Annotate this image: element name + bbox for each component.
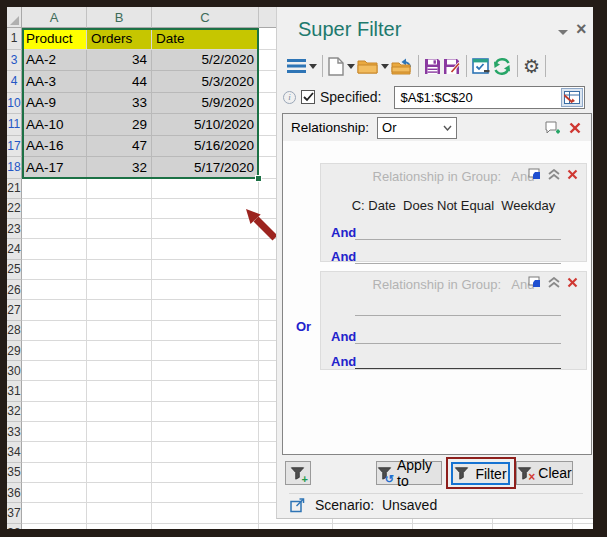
range-value: $A$1:$C$20: [395, 90, 561, 105]
filter-label: Filter: [475, 466, 506, 482]
refresh-icon[interactable]: [492, 53, 512, 79]
and-label: And: [321, 225, 355, 240]
condition-text[interactable]: C: Date Does Not Equal Weekday: [321, 198, 586, 213]
clear-button[interactable]: × Clear: [516, 461, 573, 485]
collapse-group-icon[interactable]: [548, 169, 560, 180]
dropdown-caret-icon: [381, 64, 389, 69]
condition-row[interactable]: [321, 294, 586, 316]
info-icon: i: [283, 91, 296, 104]
toolbar-separator: [517, 55, 518, 77]
add-condition-button[interactable]: +: [285, 461, 311, 485]
relationship-bar: Relationship: Or: [282, 113, 592, 142]
condition-underline[interactable]: [355, 322, 561, 344]
toolbar-separator: [466, 55, 467, 77]
apply-to-label: Apply to: [397, 457, 441, 489]
specified-checkbox[interactable]: [301, 90, 315, 104]
pane-options-chevron-icon[interactable]: [558, 29, 568, 36]
filter-button[interactable]: Filter: [451, 462, 510, 485]
scenario-value: Unsaved: [382, 497, 437, 513]
add-condition-icon[interactable]: [528, 168, 541, 180]
panel-toolbar: ⚙: [287, 52, 589, 80]
group-header-icons: [528, 276, 578, 288]
group-header-label: Relationship in Group:: [373, 169, 502, 184]
add-condition-icon[interactable]: [528, 276, 541, 288]
collapse-group-icon[interactable]: [548, 277, 560, 288]
apply-to-button[interactable]: ↺ Apply to: [376, 461, 442, 485]
condition-underline[interactable]: [355, 294, 561, 316]
app-window: A B C 1 Product Orders Date 3 AA-2 34 5/…: [7, 7, 593, 529]
and-label: And: [321, 249, 355, 264]
close-icon[interactable]: ×: [576, 19, 587, 40]
reopen-scenario-icon[interactable]: [391, 53, 413, 79]
group-connector-label: Or: [296, 319, 311, 334]
condition-underline[interactable]: [355, 242, 561, 264]
toolbar-separator: [322, 55, 323, 77]
specified-label: Specified:: [320, 89, 381, 105]
group-header-label: Relationship in Group:: [373, 277, 502, 292]
relationship-label: Relationship:: [291, 120, 369, 135]
manage-scenario-icon[interactable]: [472, 53, 490, 79]
range-picker-icon: [564, 91, 580, 104]
panel-title: Super Filter: [298, 18, 401, 41]
and-label: And: [321, 354, 355, 369]
add-group-icon[interactable]: [545, 121, 560, 135]
dropdown-caret-icon: [347, 64, 355, 69]
specified-row: i Specified: $A$1:$C$20: [283, 84, 585, 110]
super-filter-panel: Super Filter ×: [276, 7, 593, 519]
condition-row[interactable]: And: [321, 218, 586, 240]
toolbar-separator: [418, 55, 419, 77]
delete-all-icon[interactable]: [569, 122, 581, 134]
relationship-value: Or: [382, 120, 396, 135]
condition-underline-focused[interactable]: [355, 347, 561, 369]
dropdown-caret-icon: [309, 64, 317, 69]
settings-gear-icon[interactable]: ⚙: [523, 53, 540, 79]
delete-group-icon[interactable]: [567, 277, 578, 288]
range-picker-button[interactable]: [561, 88, 583, 107]
filter-groups-container: Or Relationship in Group: And C: Date Do…: [282, 141, 592, 455]
delete-group-icon[interactable]: [567, 169, 578, 180]
save-scenario-as-icon[interactable]: [443, 53, 461, 79]
scenario-label: Scenario:: [315, 497, 374, 513]
and-label: And: [321, 329, 355, 344]
plus-badge-icon: +: [302, 474, 308, 484]
relationship-dropdown[interactable]: Or: [377, 117, 457, 139]
filter-group-2: Relationship in Group: And And And: [320, 271, 587, 370]
checkmark-icon: [303, 92, 314, 102]
condition-underline[interactable]: [355, 218, 561, 240]
scenario-row: Scenario: Unsaved: [289, 493, 583, 513]
filter-funnel-icon: [454, 466, 469, 480]
open-scenario-icon[interactable]: [357, 53, 389, 79]
range-input[interactable]: $A$1:$C$20: [394, 86, 585, 109]
apply-badge-icon: ↺: [385, 474, 394, 484]
condition-row[interactable]: And: [321, 242, 586, 264]
condition-row[interactable]: And: [321, 347, 586, 369]
chevron-down-icon: [443, 125, 452, 131]
group-header-icons: [528, 168, 578, 180]
save-scenario-icon[interactable]: [424, 53, 441, 79]
toolbar-separator: [545, 55, 546, 77]
clear-label: Clear: [538, 465, 571, 481]
new-scenario-icon[interactable]: [328, 53, 355, 79]
open-scenario-link-icon[interactable]: [289, 497, 306, 514]
clear-badge-icon: ×: [528, 471, 535, 484]
menu-icon[interactable]: [287, 53, 317, 79]
condition-row[interactable]: And: [321, 322, 586, 344]
filter-group-1: Relationship in Group: And C: Date Does …: [320, 163, 587, 262]
